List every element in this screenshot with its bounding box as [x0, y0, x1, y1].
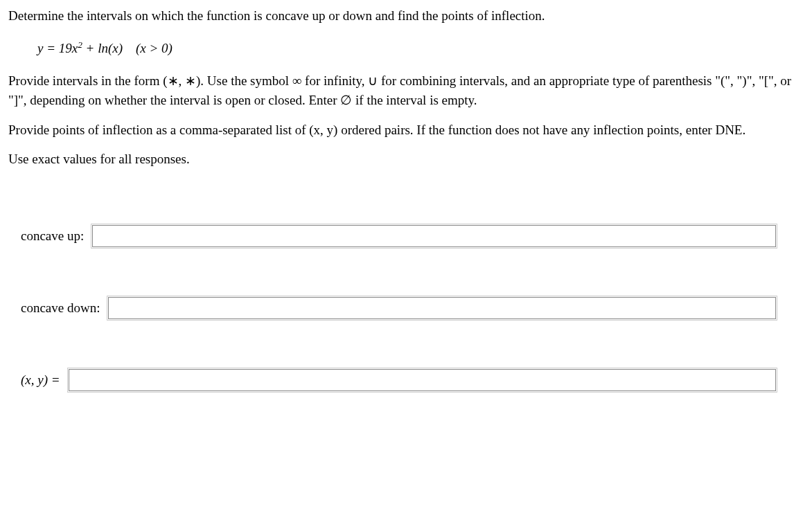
concave-up-row: concave up: [8, 225, 804, 247]
concave-down-row: concave down: [8, 297, 804, 319]
question-intro: Determine the intervals on which the fun… [8, 7, 804, 26]
concave-down-label: concave down: [8, 300, 100, 316]
xy-label: (x, y) = [8, 372, 60, 388]
concave-down-input[interactable] [108, 297, 776, 319]
equation-domain: (x > 0) [136, 41, 173, 55]
instructions-inflection: Provide points of inflection as a comma-… [8, 120, 804, 141]
instructions-exact: Use exact values for all responses. [8, 150, 804, 170]
concave-up-input[interactable] [92, 225, 776, 247]
concave-up-label: concave up: [8, 228, 84, 244]
instructions-intervals: Provide intervals in the form (∗, ∗). Us… [8, 71, 804, 111]
equation-mid: + ln(x) [82, 41, 123, 55]
equation-exponent: 2 [78, 39, 82, 50]
equation-prefix: y = 19x [37, 41, 78, 55]
xy-row: (x, y) = [8, 369, 804, 391]
equation: y = 19x2 + ln(x) (x > 0) [37, 39, 804, 56]
xy-input[interactable] [69, 369, 776, 391]
